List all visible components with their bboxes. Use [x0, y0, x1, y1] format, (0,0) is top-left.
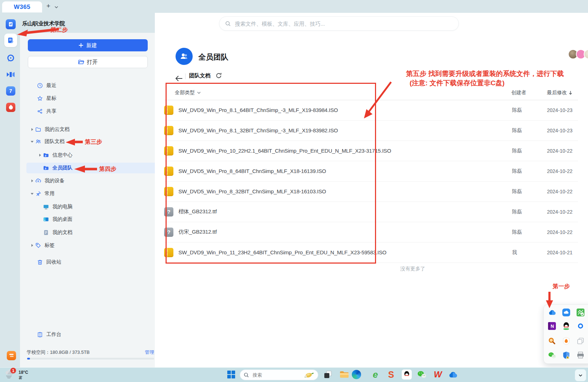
weather-alert-badge: 1 [10, 368, 16, 373]
open-file-button[interactable]: 打开 [28, 56, 148, 68]
breadcrumb[interactable]: 团队文档 [189, 72, 211, 79]
storage-manage-link[interactable]: 管理 [145, 349, 154, 356]
edge-browser-icon[interactable] [351, 370, 361, 380]
sidebar-item-starred[interactable]: 星标 [26, 93, 164, 103]
rail-meeting-icon[interactable] [6, 70, 16, 79]
file-row[interactable]: SW_DVD5_Win_Pro_8_64BIT_ChnSimp_MLF_X18-… [164, 161, 578, 182]
weather-temperature[interactable]: 18°C [19, 370, 28, 375]
sort-desc-icon [569, 91, 572, 95]
taskbar-search-input[interactable] [252, 372, 296, 378]
expand-arrow-icon[interactable] [29, 141, 35, 143]
annotation-step3: 第三步 [85, 138, 102, 146]
collapse-arrow-icon[interactable] [29, 179, 35, 182]
file-name: 仿宋_GB2312.ttf [178, 229, 217, 235]
file-row[interactable]: SW_DVD9_Win_Pro_8.1_32BIT_ChnSimp_-3_MLF… [164, 120, 578, 141]
qq-taskbar-icon[interactable] [402, 370, 412, 380]
weather-condition[interactable]: 雾 [19, 375, 22, 381]
tray-chevron-button[interactable] [575, 369, 586, 381]
rail-apps-grid-icon[interactable] [6, 119, 15, 128]
sidebar-item-workbench[interactable]: 工作台 [26, 330, 164, 340]
sidebar-item-my-cloud-docs[interactable]: 我的云文档 [26, 124, 156, 134]
edge-swirl [352, 370, 361, 379]
taskbar-search[interactable] [240, 370, 318, 380]
collapse-arrow-icon[interactable] [29, 244, 35, 247]
file-row[interactable]: SW_DVD9_Win_Pro_10_22H2.1_64BIT_ChnSimp_… [164, 141, 578, 161]
modified-label: 最后修改 [547, 90, 567, 96]
sidebar-item-shared[interactable]: 共享 [26, 106, 164, 116]
file-row[interactable]: SW_DVD5_Win_Pro_8_32BIT_ChnSimp_MLF_X18-… [164, 181, 578, 202]
column-header-creator[interactable]: 创建者 [511, 90, 526, 96]
wechat-taskbar-icon[interactable] [417, 370, 427, 380]
new-document-button[interactable]: 新建 [28, 39, 148, 51]
sidebar-item-label: 我的电脑 [52, 204, 72, 210]
app-tab[interactable]: W365 [2, 1, 42, 12]
rail-chat-icon[interactable] [6, 54, 15, 63]
wechat-tray-icon[interactable] [548, 351, 556, 359]
qq-tray-icon[interactable] [562, 322, 570, 330]
column-header-modified[interactable]: 最后修改 [547, 90, 572, 96]
file-type-filter[interactable]: 全部类型 [175, 90, 201, 96]
file-modified-date: 2024-10-22 [547, 209, 573, 215]
rail-calendar-icon[interactable]: 7 [6, 86, 15, 96]
sidebar-item-my-computer[interactable]: 我的电脑 [26, 202, 170, 212]
start-button[interactable] [226, 370, 236, 380]
file-row[interactable]: SW_DVD9_Win_Pro_8.1_64BIT_ChnSimp_-3_MLF… [164, 100, 578, 121]
expand-arrow-icon[interactable] [29, 193, 35, 195]
sidebar-item-label: 回收站 [46, 259, 61, 265]
file-row[interactable]: 楷体_GB2312.ttf 陈磊 2024-10-22 [164, 202, 578, 222]
orange-search-icon[interactable] [548, 337, 556, 345]
file-row[interactable]: SW_DVD9_Win_Pro_11_23H2_64BIT_ChnSimp_Pr… [164, 242, 578, 263]
fire-shield-icon[interactable] [562, 337, 570, 345]
s-app-icon[interactable]: S [386, 370, 396, 380]
star-icon [37, 95, 43, 102]
new-tab-button[interactable]: + [46, 2, 50, 10]
sidebar-item-label: 信息中心 [52, 152, 72, 158]
file-name: SW_DVD9_Win_Pro_10_22H2.1_64BIT_ChnSimp_… [178, 148, 391, 154]
collapse-arrow-icon[interactable] [29, 128, 35, 131]
green-secure-icon[interactable] [577, 309, 584, 316]
global-search-bar[interactable] [219, 16, 459, 31]
sidebar-item-recent[interactable]: 最近 [26, 81, 164, 91]
onedrive-taskbar-icon[interactable] [448, 370, 458, 380]
sidebar-item-all-members-team[interactable]: 全员团队 [26, 163, 170, 173]
copy-pages-icon[interactable] [577, 337, 584, 345]
file-row[interactable]: 仿宋_GB2312.ttf 陈磊 2024-10-22 [164, 222, 578, 243]
calendar-day-glyph: 7 [9, 88, 12, 94]
trash-icon [37, 259, 43, 265]
global-search-input[interactable] [234, 20, 453, 27]
file-modified-date: 2024-10-22 [547, 148, 573, 154]
rail-orange-app-icon[interactable] [7, 351, 16, 360]
file-explorer-icon[interactable] [339, 370, 349, 380]
tag-icon [35, 242, 41, 249]
sidebar-item-info-center[interactable]: 信息中心 [26, 150, 164, 160]
sidebar-item-my-documents[interactable]: 我的文档 [26, 228, 170, 238]
sidebar-docs-icon[interactable] [4, 34, 17, 47]
refresh-icon[interactable] [216, 72, 222, 79]
onenote-icon[interactable]: N [548, 322, 556, 330]
sidebar-item-label: 标签 [45, 242, 55, 249]
file-type-icon [164, 167, 173, 176]
tab-dropdown-chevron-icon[interactable] [54, 5, 59, 9]
file-creator: 陈磊 [512, 148, 522, 154]
task-view-button[interactable] [323, 370, 333, 380]
shield-warning-icon[interactable] [562, 351, 570, 359]
sidebar-item-my-devices[interactable]: 我的设备 [26, 176, 156, 186]
printer-icon[interactable] [577, 351, 584, 359]
sidebar-item-my-desktop[interactable]: 我的桌面 [26, 214, 170, 224]
sidebar-item-recycle-bin[interactable]: 回收站 [26, 257, 164, 267]
file-creator: 陈磊 [512, 188, 522, 195]
workspace-logo-icon[interactable] [6, 19, 16, 29]
collapse-arrow-icon[interactable] [37, 154, 43, 157]
sidebar-item-label: 全员团队 [52, 165, 72, 171]
sidebar-item-frequent[interactable]: 常用 [26, 189, 156, 199]
onedrive-icon[interactable] [548, 309, 556, 316]
sidebar-item-tags[interactable]: 标签 [26, 240, 156, 250]
ie-browser-icon[interactable]: e [370, 370, 380, 380]
rail-red-app-icon[interactable] [6, 103, 15, 112]
back-button-icon[interactable] [175, 75, 183, 82]
blue-ring-icon[interactable] [577, 322, 584, 330]
file-creator: 陈磊 [512, 168, 522, 174]
wps-taskbar-icon[interactable]: W [432, 370, 442, 380]
sidebar-item-label: 我的设备 [45, 178, 65, 184]
cloud-app-icon[interactable] [562, 309, 570, 316]
